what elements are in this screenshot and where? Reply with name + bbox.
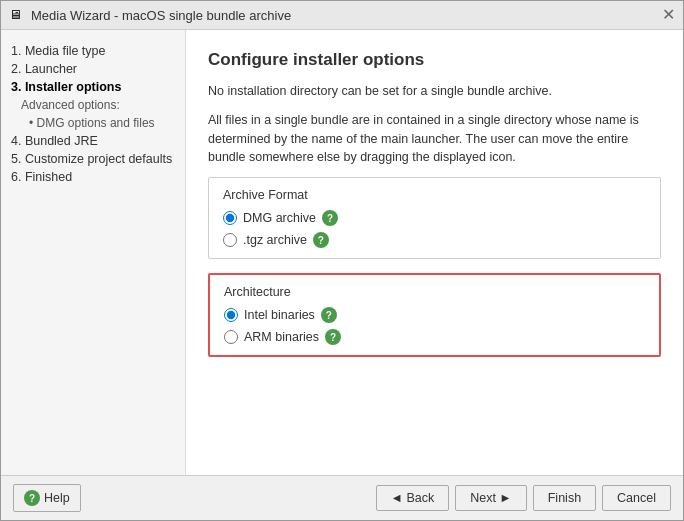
sidebar-item-customize-project[interactable]: 5. Customize project defaults — [11, 150, 175, 168]
dmg-archive-row: DMG archive ? — [223, 210, 646, 226]
arm-binaries-label[interactable]: ARM binaries — [244, 330, 319, 344]
intel-binaries-radio[interactable] — [224, 308, 238, 322]
sidebar: 1. Media file type 2. Launcher 3. Instal… — [1, 30, 186, 475]
footer-right: ◄ Back Next ► Finish Cancel — [376, 485, 671, 511]
sidebar-item-finished[interactable]: 6. Finished — [11, 168, 175, 186]
archive-format-section: Archive Format DMG archive ? .tgz archiv… — [208, 177, 661, 259]
tgz-archive-label[interactable]: .tgz archive — [243, 233, 307, 247]
architecture-label: Architecture — [224, 285, 645, 299]
dmg-archive-radio[interactable] — [223, 211, 237, 225]
help-button[interactable]: ? Help — [13, 484, 81, 512]
intel-binaries-help-icon[interactable]: ? — [321, 307, 337, 323]
title-bar-icon: 🖥 — [9, 7, 25, 23]
main-content: Configure installer options No installat… — [186, 30, 683, 475]
finish-button[interactable]: Finish — [533, 485, 596, 511]
footer-left: ? Help — [13, 484, 370, 512]
dmg-archive-help-icon[interactable]: ? — [322, 210, 338, 226]
sidebar-item-installer-options[interactable]: 3. Installer options — [11, 78, 175, 96]
intel-binaries-row: Intel binaries ? — [224, 307, 645, 323]
architecture-section: Architecture Intel binaries ? ARM binari… — [208, 273, 661, 357]
description-1: No installation directory can be set for… — [208, 82, 661, 101]
description-2: All files in a single bundle are in cont… — [208, 111, 661, 167]
sidebar-item-media-file-type[interactable]: 1. Media file type — [11, 42, 175, 60]
sidebar-item-bundled-jre[interactable]: 4. Bundled JRE — [11, 132, 175, 150]
title-bar: 🖥 Media Wizard - macOS single bundle arc… — [1, 1, 683, 30]
intel-binaries-label[interactable]: Intel binaries — [244, 308, 315, 322]
arm-binaries-radio[interactable] — [224, 330, 238, 344]
page-title: Configure installer options — [208, 50, 661, 70]
arm-binaries-help-icon[interactable]: ? — [325, 329, 341, 345]
dialog-content: 1. Media file type 2. Launcher 3. Instal… — [1, 30, 683, 475]
help-label: Help — [44, 491, 70, 505]
back-button[interactable]: ◄ Back — [376, 485, 450, 511]
dialog-window: 🖥 Media Wizard - macOS single bundle arc… — [0, 0, 684, 521]
arm-binaries-row: ARM binaries ? — [224, 329, 645, 345]
tgz-archive-row: .tgz archive ? — [223, 232, 646, 248]
tgz-archive-radio[interactable] — [223, 233, 237, 247]
help-button-icon: ? — [24, 490, 40, 506]
title-bar-text: Media Wizard - macOS single bundle archi… — [31, 8, 656, 23]
cancel-button[interactable]: Cancel — [602, 485, 671, 511]
sidebar-item-dmg-options[interactable]: • DMG options and files — [11, 114, 175, 132]
footer: ? Help ◄ Back Next ► Finish Cancel — [1, 475, 683, 520]
tgz-archive-help-icon[interactable]: ? — [313, 232, 329, 248]
next-button[interactable]: Next ► — [455, 485, 527, 511]
archive-format-label: Archive Format — [223, 188, 646, 202]
close-button[interactable]: ✕ — [662, 7, 675, 23]
sidebar-item-advanced-options-label: Advanced options: — [11, 96, 175, 114]
dmg-archive-label[interactable]: DMG archive — [243, 211, 316, 225]
sidebar-item-launcher[interactable]: 2. Launcher — [11, 60, 175, 78]
